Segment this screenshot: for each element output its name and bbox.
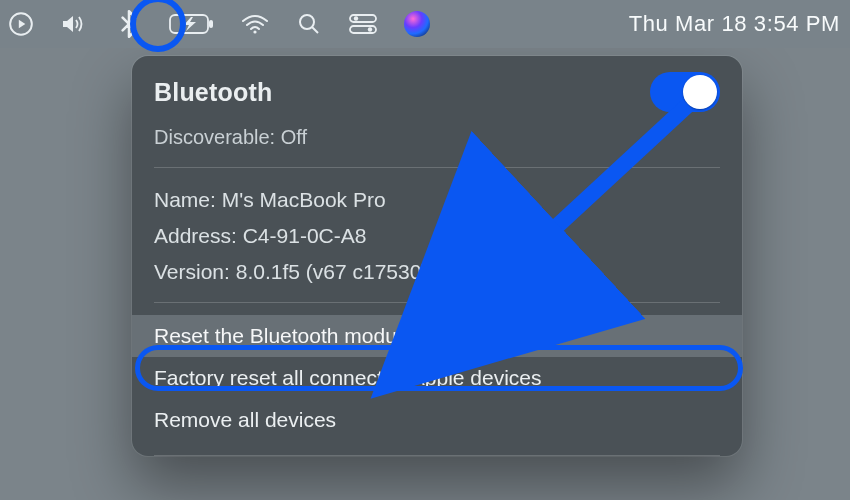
device-version-line: Version: 8.0.1f5 (v67 c17530) [132, 254, 742, 290]
svg-point-8 [368, 27, 372, 31]
now-playing-icon[interactable] [6, 9, 36, 39]
dropdown-title: Bluetooth [154, 78, 272, 107]
divider [154, 167, 720, 168]
wifi-icon[interactable] [240, 9, 270, 39]
svg-point-3 [253, 30, 256, 33]
menubar-left-icons [6, 9, 432, 39]
volume-icon[interactable] [60, 9, 90, 39]
action-list: Reset the Bluetooth module Factory reset… [132, 315, 742, 445]
control-center-icon[interactable] [348, 9, 378, 39]
battery-icon[interactable] [168, 9, 216, 39]
dropdown-header: Bluetooth [132, 72, 742, 116]
svg-point-4 [300, 15, 314, 29]
action-remove-all[interactable]: Remove all devices [132, 399, 742, 441]
spotlight-icon[interactable] [294, 9, 324, 39]
action-factory-reset[interactable]: Factory reset all connected Apple device… [132, 357, 742, 399]
svg-rect-2 [209, 20, 213, 28]
siri-icon[interactable] [402, 9, 432, 39]
svg-point-6 [354, 16, 358, 20]
device-address-line: Address: C4-91-0C-A8 [132, 218, 742, 254]
bluetooth-toggle[interactable] [650, 72, 720, 112]
bluetooth-icon[interactable] [114, 9, 144, 39]
device-name-line: Name: M's MacBook Pro [132, 182, 742, 218]
divider [154, 302, 720, 303]
bluetooth-dropdown: Bluetooth Discoverable: Off Name: M's Ma… [132, 56, 742, 456]
menubar-datetime[interactable]: Thu Mar 18 3:54 PM [629, 11, 840, 37]
toggle-knob [683, 75, 717, 109]
action-reset-bluetooth[interactable]: Reset the Bluetooth module [132, 315, 742, 357]
menubar: Thu Mar 18 3:54 PM [0, 0, 850, 48]
discoverable-status: Discoverable: Off [154, 126, 720, 149]
divider [154, 455, 720, 456]
